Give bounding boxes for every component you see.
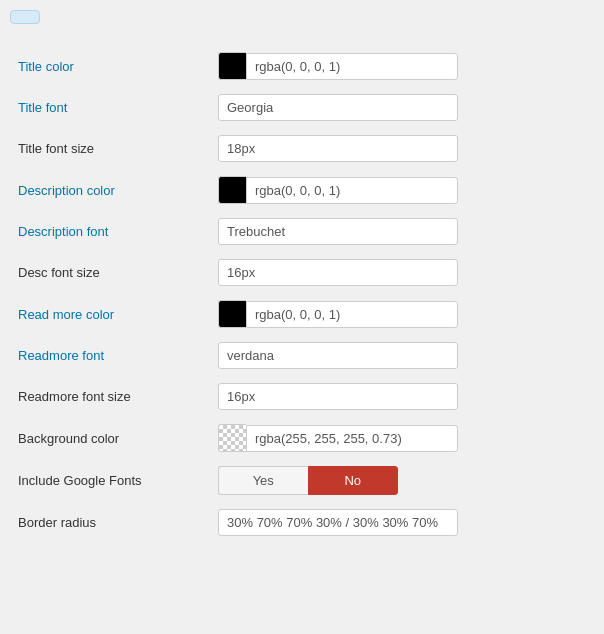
value-cell-readmore-font	[210, 335, 594, 376]
color-swatch-title-color[interactable]	[218, 52, 246, 80]
value-cell-readmore-font-size	[210, 376, 594, 417]
color-row-read-more-color	[218, 300, 586, 328]
label-background-color: Background color	[10, 417, 210, 459]
text-input-description-font[interactable]	[218, 218, 458, 245]
value-cell-title-font	[210, 87, 594, 128]
label-title-font: Title font	[10, 87, 210, 128]
label-readmore-font: Readmore font	[10, 335, 210, 376]
color-row-description-color	[218, 176, 586, 204]
toggle-no-include-google-fonts[interactable]: No	[308, 466, 399, 495]
color-row-title-color	[218, 52, 586, 80]
panel-header	[10, 10, 40, 24]
value-cell-title-color	[210, 45, 594, 87]
settings-form: Title colorTitle fontTitle font sizeDesc…	[10, 45, 594, 543]
value-cell-read-more-color	[210, 293, 594, 335]
value-cell-description-font	[210, 211, 594, 252]
label-readmore-font-size: Readmore font size	[10, 376, 210, 417]
color-input-read-more-color[interactable]	[246, 301, 458, 328]
label-title-font-size: Title font size	[10, 128, 210, 169]
value-cell-description-color	[210, 169, 594, 211]
value-cell-background-color	[210, 417, 594, 459]
toggle-yes-include-google-fonts[interactable]: Yes	[218, 466, 308, 495]
color-swatch-background-color[interactable]	[218, 424, 246, 452]
toggle-group-include-google-fonts: YesNo	[218, 466, 398, 495]
label-border-radius: Border radius	[10, 502, 210, 543]
label-title-color: Title color	[10, 45, 210, 87]
value-cell-include-google-fonts: YesNo	[210, 459, 594, 502]
text-input-readmore-font-size[interactable]	[218, 383, 458, 410]
color-input-title-color[interactable]	[246, 53, 458, 80]
value-cell-desc-font-size	[210, 252, 594, 293]
text-input-border-radius[interactable]	[218, 509, 458, 536]
value-cell-border-radius	[210, 502, 594, 543]
value-cell-title-font-size	[210, 128, 594, 169]
label-desc-font-size: Desc font size	[10, 252, 210, 293]
text-input-title-font[interactable]	[218, 94, 458, 121]
text-input-desc-font-size[interactable]	[218, 259, 458, 286]
label-read-more-color: Read more color	[10, 293, 210, 335]
label-description-color: Description color	[10, 169, 210, 211]
label-include-google-fonts: Include Google Fonts	[10, 459, 210, 502]
color-row-background-color	[218, 424, 586, 452]
text-input-title-font-size[interactable]	[218, 135, 458, 162]
color-input-background-color[interactable]	[246, 425, 458, 452]
color-swatch-read-more-color[interactable]	[218, 300, 246, 328]
label-description-font: Description font	[10, 211, 210, 252]
color-swatch-description-color[interactable]	[218, 176, 246, 204]
text-input-readmore-font[interactable]	[218, 342, 458, 369]
color-input-description-color[interactable]	[246, 177, 458, 204]
